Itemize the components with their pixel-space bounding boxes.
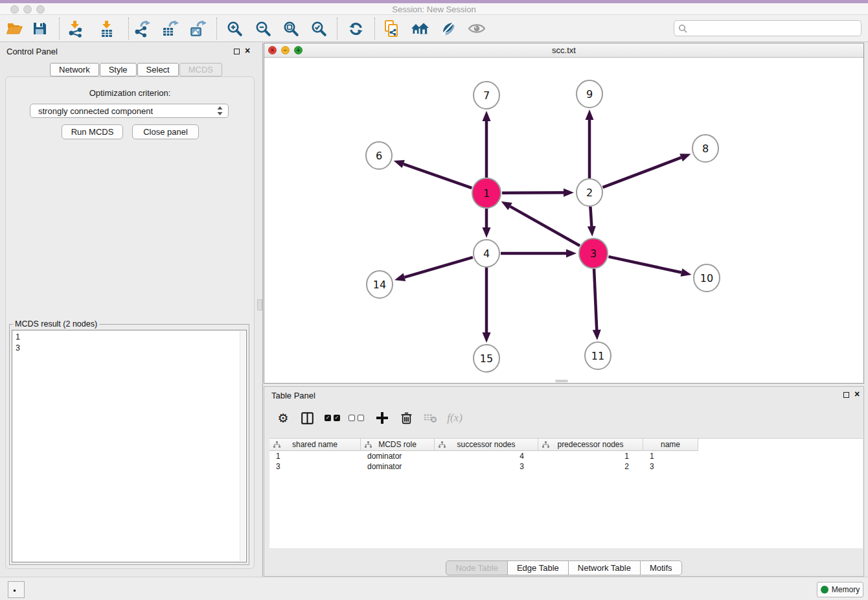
svg-text:6: 6 [376, 150, 382, 162]
svg-text:9: 9 [586, 88, 593, 100]
tab-node-table[interactable]: Node Table [446, 560, 508, 575]
column-header-mcds-role[interactable]: MCDS role [361, 439, 435, 451]
close-table-panel-icon[interactable]: × [854, 389, 860, 399]
float-panel-icon[interactable] [234, 49, 240, 54]
toolbar-separator [128, 17, 129, 40]
svg-text:10: 10 [700, 272, 713, 284]
optimization-criterion-select[interactable]: strongly connected component [30, 104, 229, 118]
split-panel-icon[interactable] [297, 409, 317, 427]
tab-mcds[interactable]: MCDS [179, 63, 222, 76]
eye-icon[interactable] [467, 19, 486, 38]
zoom-in-icon[interactable] [225, 19, 244, 38]
table-header-row: shared name MCDS role successor nodes pr… [269, 439, 863, 451]
tab-motifs[interactable]: Motifs [640, 560, 682, 575]
toolbar-separator [337, 17, 337, 40]
window-title: Session: New Session [0, 5, 868, 14]
canvas-scroll-nub[interactable] [555, 380, 568, 382]
column-header-predecessor-nodes[interactable]: predecessor nodes [538, 439, 643, 451]
main-toolbar [0, 15, 868, 42]
hide-details-icon[interactable] [439, 19, 458, 38]
splitter-handle[interactable] [257, 299, 262, 310]
create-column-icon[interactable] [372, 409, 392, 427]
close-panel-icon[interactable]: × [245, 45, 250, 56]
column-header-successor-nodes[interactable]: successor nodes [435, 439, 538, 451]
float-table-panel-icon[interactable] [843, 392, 849, 398]
hierarchy-icon [273, 441, 280, 448]
hierarchy-icon [365, 441, 372, 448]
status-bar: Memory [0, 577, 868, 600]
application-window: Session: New Session [0, 0, 868, 600]
selected-criterion: strongly connected component [38, 106, 217, 116]
tab-network-table[interactable]: Network Table [568, 560, 641, 575]
save-icon[interactable] [30, 19, 49, 38]
chevron-updown-icon [217, 106, 223, 115]
mcds-result-title: MCDS result (2 nodes) [13, 319, 99, 329]
mcds-result-text[interactable]: 1 3 [12, 330, 247, 562]
delete-table-icon[interactable] [420, 409, 440, 427]
toolbar-separator [374, 17, 375, 40]
main-titlebar: Session: New Session [0, 3, 868, 15]
search-icon [678, 24, 687, 33]
search-field[interactable] [674, 20, 862, 36]
export-table-icon[interactable] [160, 19, 179, 38]
control-panel: Control Panel × Network Style Select MCD… [0, 43, 262, 577]
memory-button[interactable]: Memory [817, 582, 863, 597]
mcds-result-group: MCDS result (2 nodes) 1 3 [9, 319, 249, 565]
tab-select[interactable]: Select [137, 63, 179, 76]
refresh-icon[interactable] [346, 19, 365, 38]
settings-gear-icon[interactable]: ⚙ [273, 409, 293, 427]
export-network-icon[interactable] [132, 19, 152, 38]
hierarchy-icon [542, 441, 549, 448]
svg-text:1: 1 [483, 187, 490, 200]
table-tabs: Node Table Edge Table Network Table Moti… [264, 558, 863, 577]
svg-text:2: 2 [586, 187, 593, 199]
import-network-icon[interactable] [65, 19, 85, 38]
run-mcds-button[interactable]: Run MCDS [62, 124, 123, 139]
import-table-icon[interactable] [97, 19, 117, 38]
zoom-selected-icon[interactable] [309, 19, 328, 38]
search-input[interactable] [690, 24, 861, 33]
function-builder-icon: f(x) [445, 409, 464, 427]
memory-label: Memory [832, 585, 860, 594]
svg-text:14: 14 [373, 279, 386, 291]
memory-status-dot [821, 586, 828, 594]
deselect-all-columns-icon[interactable] [347, 409, 366, 427]
control-panel-title: Control Panel [6, 47, 58, 56]
optimization-label: Optimization criterion: [6, 88, 254, 98]
result-scrollbar[interactable] [240, 331, 246, 561]
node-table[interactable]: shared name MCDS role successor nodes pr… [269, 438, 863, 548]
panel-splitter[interactable] [262, 43, 263, 577]
open-file-icon[interactable] [5, 19, 25, 38]
network-view-window: × − + scc.txt 1234678910111415 [264, 43, 864, 384]
tab-network[interactable]: Network [50, 63, 99, 76]
svg-text:15: 15 [480, 352, 493, 365]
hierarchy-icon [439, 441, 446, 448]
result-line: 3 [16, 343, 246, 354]
result-line: 1 [16, 332, 246, 343]
mcds-panel: Optimization criterion: strongly connect… [5, 76, 255, 569]
network-view-title: scc.txt [264, 45, 863, 55]
svg-text:7: 7 [483, 89, 490, 102]
table-panel: Table Panel × ⚙ ✓ ✓ f(x) [264, 386, 864, 577]
duplicate-network-icon[interactable] [382, 19, 401, 38]
network-graph[interactable]: 1234678910111415 [264, 58, 863, 384]
export-image-icon[interactable] [188, 19, 207, 38]
svg-text:11: 11 [591, 350, 604, 362]
table-row[interactable]: 3 dominator 3 2 3 [269, 461, 863, 472]
task-history-button[interactable] [8, 581, 25, 598]
table-row[interactable]: 1 dominator 4 1 1 [269, 451, 863, 461]
control-panel-tabs: Network Style Select MCDS [50, 63, 223, 76]
home-icon[interactable] [410, 19, 429, 38]
network-canvas[interactable]: 1234678910111415 [264, 58, 863, 383]
zoom-fit-icon[interactable] [281, 19, 301, 38]
column-header-shared-name[interactable]: shared name [269, 439, 361, 451]
delete-column-icon[interactable] [396, 409, 416, 427]
tab-edge-table[interactable]: Edge Table [507, 560, 569, 575]
select-all-columns-icon[interactable]: ✓ ✓ [323, 409, 342, 427]
tab-style[interactable]: Style [100, 63, 137, 76]
svg-text:8: 8 [702, 143, 709, 155]
close-panel-button[interactable]: Close panel [132, 124, 199, 139]
network-window-titlebar: × − + scc.txt [264, 43, 863, 58]
zoom-out-icon[interactable] [253, 19, 273, 38]
column-header-name[interactable]: name [643, 439, 698, 451]
